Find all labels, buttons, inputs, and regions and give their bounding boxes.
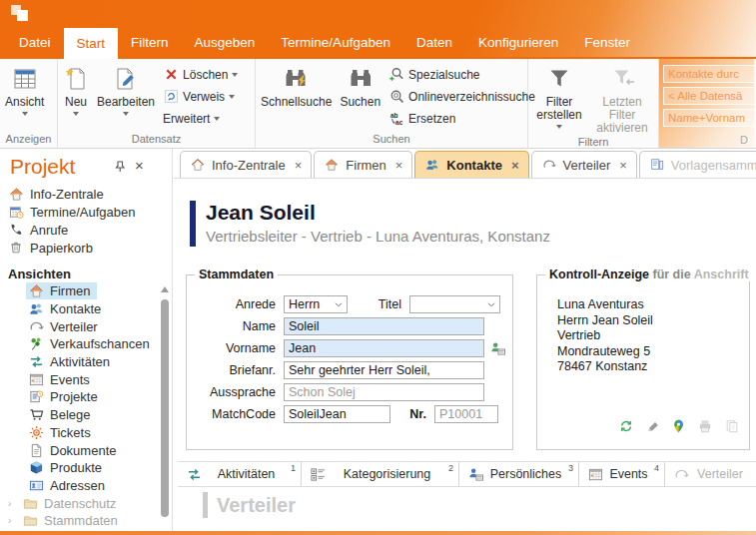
person-card-icon[interactable] [490,341,505,356]
sidebar-item-events[interactable]: Events [0,370,158,388]
sidebar-close-icon[interactable]: × [135,157,144,174]
menu-tab-termine-aufgaben[interactable]: Termine/Aufgaben [268,28,403,57]
sidebar-item-termine-aufgaben[interactable]: Termine/Aufgaben [0,203,158,221]
neu-button[interactable]: Neu [59,60,93,132]
expand-chevron-icon[interactable]: › [8,498,20,509]
anrede-select[interactable]: Herrn [284,295,348,313]
expand-chevron-icon[interactable]: › [8,515,20,526]
close-tab-icon[interactable]: × [395,158,403,173]
calendar-grid-icon [587,467,603,482]
clipboard-clock-icon [28,389,44,404]
sidebar-item-aktivitaeten[interactable]: Aktivitäten [0,353,158,371]
sidebar-item-produkte[interactable]: Produkte [0,459,158,477]
address-preview: Luna Aventuras Herrn Jean Soleil Vertrie… [557,297,653,375]
search-online-icon [388,89,404,104]
nr-field[interactable] [434,405,498,423]
aussprache-field[interactable] [284,383,484,401]
menu-tab-daten[interactable]: Daten [403,28,465,57]
menu-tab-fenster[interactable]: Fenster [571,28,643,57]
matchcode-field[interactable] [284,405,390,423]
close-tab-icon[interactable]: × [619,158,627,173]
doc-tab-kontakte[interactable]: Kontakte × [414,151,528,178]
titel-select[interactable] [409,295,500,313]
menu-tab-datei[interactable]: Datei [6,28,64,57]
sidebar-item-papierkorb[interactable]: Papierkorb [0,239,158,257]
scroll-up-icon[interactable] [161,286,169,292]
search-plus-icon [388,67,404,82]
bearbeiten-button[interactable]: Bearbeiten [93,60,159,132]
sidebar-item-projekte[interactable]: Projekte [0,388,158,406]
pin-icon[interactable] [114,161,126,173]
detail-tab-verteiler[interactable]: Verteiler [665,462,756,486]
svg-text:ab: ab [390,112,398,119]
onlineverzeichnissuche-button[interactable]: Onlineverzeichnissuche [388,88,535,105]
spezialsuche-button[interactable]: Spezialsuche [388,66,535,83]
doc-tab-vorlagensammlung[interactable]: Vorlagensammlung × [639,151,756,178]
detail-tab-events[interactable]: Events 4 [579,462,665,486]
calendar-grid-icon [28,372,44,387]
sidebar-item-kontakte[interactable]: Kontakte [0,300,158,318]
detail-tab-persoenliches[interactable]: Persönliches 3 [459,462,579,486]
sidebar-item-dokumente[interactable]: Dokumente [0,441,158,459]
sidebar-item-verteiler[interactable]: Verteiler [0,317,158,335]
ansicht-button[interactable]: Ansicht [1,60,48,132]
doc-tab-firmen[interactable]: Firmen × [314,151,412,178]
verweis-button[interactable]: Verweis [163,88,238,105]
schnellsuche-button[interactable]: Schnellsuche [257,60,336,132]
menu-tab-filtern[interactable]: Filtern [118,28,182,57]
menu-tab-konfigurieren[interactable]: Konfigurieren [465,28,571,57]
group-label-fragment: D [740,134,748,146]
name-field[interactable] [284,317,484,335]
loeschen-button[interactable]: Löschen [163,66,238,83]
aussprache-label: Aussprache [187,385,284,399]
verteiler-section-header: Verteiler [203,492,296,518]
dropdown-arrow-icon [556,125,562,129]
filter-erstellen-button[interactable]: Filter erstellen [529,60,589,135]
doc-tab-info-zentrale[interactable]: Info-Zentrale × [180,151,312,178]
replace-ab-ac-icon: abac [388,111,404,126]
search-scope-select[interactable]: < Alle Datensä [663,87,754,105]
sidebar-item-datenschutz[interactable]: › Datenschutz [0,494,158,512]
nr-label: Nr. [390,407,434,421]
menu-tab-ausgeben[interactable]: Ausgeben [182,28,269,57]
dropdown-arrow-icon [229,95,235,99]
menu-tab-start[interactable]: Start [64,28,119,59]
vorname-field[interactable] [284,339,484,357]
swap-arrows-icon [186,467,202,482]
sidebar-title: Projekt [10,155,75,179]
close-tab-icon[interactable]: × [295,158,303,173]
chevron-down-icon [335,302,343,307]
sidebar-item-stammdaten[interactable]: › Stammdaten [0,512,158,530]
dropdown-arrow-icon [123,112,129,116]
sidebar-item-verkaufschancen[interactable]: Verkaufschancen [0,335,158,353]
address-line: Luna Aventuras [557,297,653,313]
scrollbar-thumb[interactable] [161,299,169,517]
printer-icon[interactable] [698,419,712,433]
sidebar-item-firmen[interactable]: Firmen [0,282,158,300]
edit-pencil-icon[interactable] [646,420,659,433]
copy-icon[interactable] [725,419,739,433]
sidebar-item-info-zentrale[interactable]: Info-Zentrale [0,185,158,203]
detail-tab-kategorisierung[interactable]: Kategorisierung 2 [302,462,459,486]
sidebar-item-tickets[interactable]: Tickets [0,424,158,442]
close-tab-icon[interactable]: × [511,158,519,173]
letzten-filter-aktivieren-button[interactable]: Letzten Filter aktivieren [589,60,655,135]
ersetzen-button[interactable]: abac Ersetzen [388,110,535,127]
sidebar-item-adressen[interactable]: Adressen [0,477,158,495]
sidebar-item-anrufe[interactable]: Anrufe [0,221,158,239]
people-icon [424,158,440,172]
briefanrede-field[interactable] [284,361,484,379]
erweitert-button[interactable]: Erweitert [163,110,238,127]
doc-tab-verteiler[interactable]: Verteiler × [531,151,637,178]
sync-icon[interactable] [619,419,633,433]
search-field-select[interactable]: Name+Vornam [663,109,754,127]
address-line: Mondrauteweg 5 [557,344,653,360]
suchen-button[interactable]: Suchen [336,60,384,132]
new-record-icon [63,65,89,93]
sidebar-scrollbar[interactable] [159,284,171,531]
quicksearch-input[interactable]: Kontakte durc [663,65,754,83]
sidebar-item-belege[interactable]: Belege [0,406,158,424]
detail-tab-aktivitaeten[interactable]: Aktivitäten 1 [178,462,302,486]
title-bar: Datei Start Filtern Ausgeben Termine/Auf… [0,0,756,57]
map-pin-icon[interactable] [672,419,685,433]
